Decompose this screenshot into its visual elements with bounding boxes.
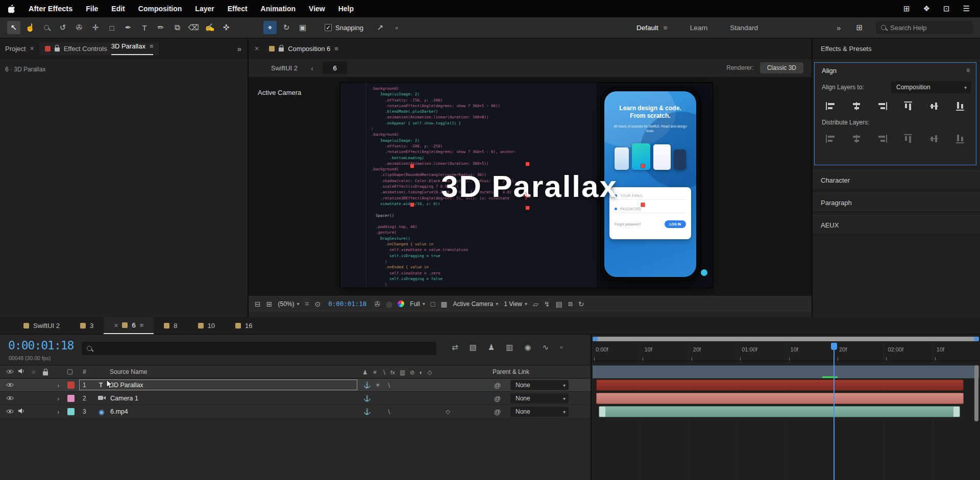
comp-tab-8[interactable]: 8 [154, 317, 187, 334]
control-center-icon[interactable]: ☰ [963, 4, 970, 13]
time-ruler[interactable]: 0:00f10f20f01:00f10f20f02:00f10f [592, 343, 980, 361]
align-target-dropdown[interactable]: Composition ▾ [891, 81, 971, 93]
show-channel-icon[interactable] [398, 300, 404, 307]
tab-aeux[interactable]: AEUX [813, 215, 980, 235]
magnification-dropdown[interactable]: (50%) ▾ [278, 300, 299, 308]
align-horizontal-center-icon[interactable] [851, 102, 862, 111]
menu-layer[interactable]: Layer [195, 5, 214, 13]
title-text-layer[interactable]: 3D Parallax [412, 166, 647, 207]
pen-tool[interactable]: ✒ [121, 21, 135, 34]
show-snapshot-icon[interactable]: ◎ [386, 300, 392, 308]
comp-flowchart-icon[interactable]: ⧈ [568, 299, 573, 308]
breadcrumb-back-icon[interactable]: ‹ [311, 64, 313, 72]
audio-icon[interactable] [18, 408, 24, 415]
comp-tab-3[interactable]: 3 [70, 317, 104, 334]
screenshot-icon[interactable]: ⊡ [943, 4, 950, 13]
expand-layer-chevron[interactable]: › [57, 381, 59, 389]
lock-icon[interactable] [279, 47, 284, 52]
layer-switch-icon[interactable]: ∖ [387, 382, 390, 389]
selection-handle[interactable] [526, 206, 529, 210]
playhead-handle[interactable] [831, 343, 837, 350]
tab-paragraph[interactable]: Paragraph [813, 193, 980, 212]
layer-switch-icon[interactable]: ⚓ [363, 382, 371, 389]
parent-dropdown[interactable]: None ▾ [510, 393, 569, 403]
shy-layers-icon[interactable]: ♟ [488, 343, 495, 352]
region-of-interest-icon[interactable]: □ [431, 300, 435, 308]
close-project-tab-icon[interactable]: × [30, 44, 34, 53]
layer-row[interactable]: › 3 ◉ 6.mp4 ⚓∖◇ @ None ▾ [0, 405, 591, 418]
eye-icon[interactable] [6, 408, 14, 415]
panel-menu-icon[interactable]: ≡ [334, 45, 338, 53]
auto-keyframe-icon[interactable]: ▫ [560, 343, 562, 352]
world-axis-mode-button[interactable]: ↻ [280, 21, 293, 34]
tab-menu-icon[interactable]: ≡ [140, 321, 144, 329]
timeline-timecode[interactable]: 0:00:01:18 [8, 339, 74, 352]
align-vertical-center-icon[interactable] [929, 100, 939, 112]
monitor-icon[interactable]: ⊟ [255, 300, 261, 308]
panel-menu-icon[interactable]: ≡ [150, 42, 154, 50]
mask-visibility-icon[interactable]: ⊙ [314, 300, 321, 308]
navigator-start-handle[interactable] [593, 337, 598, 341]
puppet-pin-tool[interactable]: ✜ [219, 21, 233, 34]
source-name-column[interactable]: Source Name [110, 368, 147, 375]
anchor-point-icon[interactable] [522, 192, 530, 200]
comp-tab-6[interactable]: ×6≡ [104, 317, 154, 334]
menu-app-name[interactable]: After Effects [29, 5, 72, 13]
snapping-checkbox[interactable]: ✓ [325, 24, 332, 31]
layer-row[interactable]: › 1 T 3D Parallax ⚓☀∖ @ None ▾ [0, 378, 591, 392]
align-left-icon[interactable] [825, 102, 836, 111]
breadcrumb-current-comp[interactable]: 6 [323, 62, 347, 74]
eye-icon[interactable] [6, 382, 14, 389]
layer-switch-icon[interactable]: ⚓ [363, 408, 371, 415]
distribute-vertical-center-icon[interactable] [929, 133, 939, 144]
clone-stamp-tool[interactable]: ⧉ [170, 21, 184, 34]
distribute-bottom-icon[interactable] [955, 133, 965, 144]
type-tool[interactable]: T [138, 21, 151, 34]
layer-name[interactable]: 3D Parallax [110, 382, 143, 389]
timeline-search-input[interactable] [96, 345, 402, 352]
reset-exposure-icon[interactable]: ↻ [578, 300, 584, 308]
zoom-tool[interactable] [40, 21, 53, 34]
transparency-grid-icon[interactable]: ▦ [440, 300, 447, 308]
comp-tab-16[interactable]: 16 [225, 317, 262, 334]
3d-view-dropdown[interactable]: Active Camera ▾ [453, 300, 498, 308]
tab-effect-controls[interactable]: Effect Controls 3D Parallax ≡ [38, 42, 160, 55]
pickwhip-icon[interactable]: @ [494, 394, 501, 402]
parent-dropdown[interactable]: None ▾ [510, 380, 569, 390]
playhead-line[interactable] [834, 343, 835, 480]
selection-tool[interactable]: ↖ [7, 21, 20, 34]
time-navigator[interactable] [593, 337, 979, 341]
parent-link-column[interactable]: Parent & Link [493, 368, 529, 375]
distribute-left-icon[interactable] [825, 134, 836, 143]
menu-animation[interactable]: Animation [261, 5, 296, 13]
tab-overflow-icon[interactable]: » [237, 44, 248, 53]
panel-menu-icon[interactable]: ≡ [966, 67, 970, 74]
help-search-box[interactable] [876, 21, 973, 34]
help-search-input[interactable] [890, 24, 957, 32]
layer-switch-icon[interactable]: ☀ [375, 382, 380, 389]
layer-switch-icon[interactable]: ∖ [387, 408, 390, 415]
dropbox-icon[interactable]: ❖ [923, 4, 930, 13]
selection-handle[interactable] [641, 203, 645, 207]
mask-shape-tool[interactable]: □ [105, 21, 118, 34]
timeline-track-area[interactable]: 0:00f10f20f01:00f10f20f02:00f10f [591, 335, 980, 480]
layer-bar[interactable] [596, 380, 964, 391]
workspace-menu-icon[interactable]: ≡ [664, 24, 668, 32]
comp-tab-10[interactable]: 10 [188, 317, 225, 334]
menu-view[interactable]: View [309, 5, 325, 13]
graph-editor-icon[interactable]: ∿ [543, 343, 549, 352]
hand-tool[interactable]: ☝ [23, 21, 37, 34]
eye-icon[interactable] [6, 395, 14, 402]
layer-bar[interactable] [599, 406, 960, 417]
lock-icon[interactable] [55, 47, 60, 52]
view-axis-mode-button[interactable]: ▣ [296, 21, 309, 34]
eraser-tool[interactable]: ⌫ [187, 21, 200, 34]
menu-effect[interactable]: Effect [228, 5, 248, 13]
draft-3d-icon[interactable]: ▧ [470, 343, 477, 352]
tab-project[interactable]: Project [3, 45, 26, 53]
layer-switch-icon[interactable]: ⚓ [363, 395, 371, 402]
timeline-search-box[interactable] [82, 342, 436, 355]
display-options-icon[interactable]: ⊞ [266, 300, 273, 308]
snap-to-grid-icon[interactable]: ▫ [390, 21, 403, 34]
distribute-horizontal-center-icon[interactable] [851, 134, 862, 143]
